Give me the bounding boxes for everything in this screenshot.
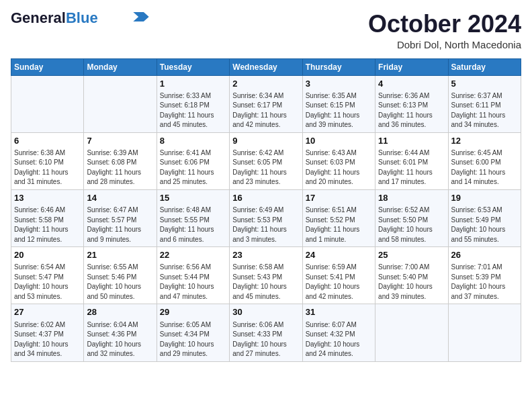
day-number: 11 xyxy=(378,135,445,147)
calendar-cell: 3Sunrise: 6:35 AM Sunset: 6:15 PM Daylig… xyxy=(302,75,375,132)
day-info: Sunrise: 6:56 AM Sunset: 5:44 PM Dayligh… xyxy=(160,263,226,302)
location-subtitle: Dobri Dol, North Macedonia xyxy=(368,39,521,50)
week-row-2: 6Sunrise: 6:38 AM Sunset: 6:10 PM Daylig… xyxy=(11,132,521,189)
calendar-table: SundayMondayTuesdayWednesdayThursdayFrid… xyxy=(11,58,521,362)
day-info: Sunrise: 6:05 AM Sunset: 4:34 PM Dayligh… xyxy=(160,320,226,359)
calendar-cell: 25Sunrise: 7:00 AM Sunset: 5:40 PM Dayli… xyxy=(375,247,448,304)
week-row-3: 13Sunrise: 6:46 AM Sunset: 5:58 PM Dayli… xyxy=(11,189,521,246)
day-info: Sunrise: 6:07 AM Sunset: 4:32 PM Dayligh… xyxy=(306,320,372,359)
day-info: Sunrise: 6:52 AM Sunset: 5:50 PM Dayligh… xyxy=(378,205,445,244)
day-info: Sunrise: 6:38 AM Sunset: 6:10 PM Dayligh… xyxy=(14,148,81,187)
day-info: Sunrise: 6:04 AM Sunset: 4:36 PM Dayligh… xyxy=(87,320,153,359)
calendar-cell: 4Sunrise: 6:36 AM Sunset: 6:13 PM Daylig… xyxy=(375,75,448,132)
day-number: 26 xyxy=(451,249,518,261)
calendar-cell xyxy=(84,75,157,132)
day-number: 5 xyxy=(451,78,518,90)
calendar-cell: 14Sunrise: 6:47 AM Sunset: 5:57 PM Dayli… xyxy=(84,189,157,246)
calendar-cell: 16Sunrise: 6:49 AM Sunset: 5:53 PM Dayli… xyxy=(230,189,302,246)
day-info: Sunrise: 7:00 AM Sunset: 5:40 PM Dayligh… xyxy=(378,263,445,302)
day-number: 3 xyxy=(306,78,372,90)
day-info: Sunrise: 6:43 AM Sunset: 6:03 PM Dayligh… xyxy=(306,148,372,187)
calendar-cell: 23Sunrise: 6:58 AM Sunset: 5:43 PM Dayli… xyxy=(230,247,302,304)
calendar-cell: 7Sunrise: 6:39 AM Sunset: 6:08 PM Daylig… xyxy=(84,132,157,189)
day-number: 10 xyxy=(306,135,372,147)
day-number: 27 xyxy=(14,306,81,318)
day-info: Sunrise: 6:55 AM Sunset: 5:46 PM Dayligh… xyxy=(87,263,153,302)
day-number: 28 xyxy=(87,306,153,318)
day-info: Sunrise: 6:46 AM Sunset: 5:58 PM Dayligh… xyxy=(14,205,81,244)
day-number: 30 xyxy=(232,306,299,318)
calendar-cell: 1Sunrise: 6:33 AM Sunset: 6:18 PM Daylig… xyxy=(157,75,229,132)
day-info: Sunrise: 6:39 AM Sunset: 6:08 PM Dayligh… xyxy=(87,148,153,187)
calendar-cell: 8Sunrise: 6:41 AM Sunset: 6:06 PM Daylig… xyxy=(157,132,229,189)
day-header-saturday: Saturday xyxy=(448,58,521,75)
day-info: Sunrise: 6:36 AM Sunset: 6:13 PM Dayligh… xyxy=(378,91,445,130)
day-number: 4 xyxy=(378,78,445,90)
day-number: 1 xyxy=(160,78,226,90)
calendar-cell: 29Sunrise: 6:05 AM Sunset: 4:34 PM Dayli… xyxy=(157,304,229,361)
day-header-thursday: Thursday xyxy=(302,58,375,75)
day-header-friday: Friday xyxy=(375,58,448,75)
day-info: Sunrise: 6:37 AM Sunset: 6:11 PM Dayligh… xyxy=(451,91,518,130)
day-number: 15 xyxy=(160,192,226,204)
page-header: GeneralBlue October 2024 Dobri Dol, Nort… xyxy=(11,11,521,50)
calendar-cell: 26Sunrise: 7:01 AM Sunset: 5:39 PM Dayli… xyxy=(448,247,521,304)
day-info: Sunrise: 6:53 AM Sunset: 5:49 PM Dayligh… xyxy=(451,205,518,244)
day-info: Sunrise: 6:47 AM Sunset: 5:57 PM Dayligh… xyxy=(87,205,153,244)
title-section: October 2024 Dobri Dol, North Macedonia xyxy=(368,11,521,50)
logo: GeneralBlue xyxy=(11,11,149,26)
day-number: 18 xyxy=(378,192,445,204)
calendar-cell: 11Sunrise: 6:44 AM Sunset: 6:01 PM Dayli… xyxy=(375,132,448,189)
calendar-cell xyxy=(375,304,448,361)
calendar-cell: 5Sunrise: 6:37 AM Sunset: 6:11 PM Daylig… xyxy=(448,75,521,132)
day-number: 31 xyxy=(306,306,372,318)
day-number: 29 xyxy=(160,306,226,318)
calendar-cell: 30Sunrise: 6:06 AM Sunset: 4:33 PM Dayli… xyxy=(230,304,302,361)
header-row: SundayMondayTuesdayWednesdayThursdayFrid… xyxy=(11,58,521,75)
day-number: 17 xyxy=(306,192,372,204)
day-number: 20 xyxy=(14,249,81,261)
day-info: Sunrise: 7:01 AM Sunset: 5:39 PM Dayligh… xyxy=(451,263,518,302)
day-number: 25 xyxy=(378,249,445,261)
calendar-cell xyxy=(448,304,521,361)
day-number: 23 xyxy=(232,249,299,261)
calendar-cell: 10Sunrise: 6:43 AM Sunset: 6:03 PM Dayli… xyxy=(302,132,375,189)
calendar-cell: 13Sunrise: 6:46 AM Sunset: 5:58 PM Dayli… xyxy=(11,189,84,246)
day-number: 2 xyxy=(232,78,299,90)
day-number: 7 xyxy=(87,135,153,147)
week-row-1: 1Sunrise: 6:33 AM Sunset: 6:18 PM Daylig… xyxy=(11,75,521,132)
logo-text: GeneralBlue xyxy=(11,11,98,26)
day-info: Sunrise: 6:54 AM Sunset: 5:47 PM Dayligh… xyxy=(14,263,81,302)
calendar-cell: 27Sunrise: 6:02 AM Sunset: 4:37 PM Dayli… xyxy=(11,304,84,361)
calendar-cell: 17Sunrise: 6:51 AM Sunset: 5:52 PM Dayli… xyxy=(302,189,375,246)
calendar-cell: 28Sunrise: 6:04 AM Sunset: 4:36 PM Dayli… xyxy=(84,304,157,361)
day-info: Sunrise: 6:33 AM Sunset: 6:18 PM Dayligh… xyxy=(160,91,226,130)
day-header-monday: Monday xyxy=(84,58,157,75)
calendar-cell xyxy=(11,75,84,132)
day-info: Sunrise: 6:51 AM Sunset: 5:52 PM Dayligh… xyxy=(306,205,372,244)
calendar-cell: 6Sunrise: 6:38 AM Sunset: 6:10 PM Daylig… xyxy=(11,132,84,189)
day-header-tuesday: Tuesday xyxy=(157,58,229,75)
calendar-cell: 21Sunrise: 6:55 AM Sunset: 5:46 PM Dayli… xyxy=(84,247,157,304)
day-info: Sunrise: 6:42 AM Sunset: 6:05 PM Dayligh… xyxy=(232,148,299,187)
day-info: Sunrise: 6:45 AM Sunset: 6:00 PM Dayligh… xyxy=(451,148,518,187)
calendar-cell: 9Sunrise: 6:42 AM Sunset: 6:05 PM Daylig… xyxy=(230,132,302,189)
day-number: 24 xyxy=(306,249,372,261)
day-header-wednesday: Wednesday xyxy=(230,58,302,75)
logo-icon xyxy=(133,12,149,21)
day-info: Sunrise: 6:41 AM Sunset: 6:06 PM Dayligh… xyxy=(160,148,226,187)
day-info: Sunrise: 6:44 AM Sunset: 6:01 PM Dayligh… xyxy=(378,148,445,187)
calendar-cell: 19Sunrise: 6:53 AM Sunset: 5:49 PM Dayli… xyxy=(448,189,521,246)
day-number: 8 xyxy=(160,135,226,147)
day-info: Sunrise: 6:48 AM Sunset: 5:55 PM Dayligh… xyxy=(160,205,226,244)
day-info: Sunrise: 6:34 AM Sunset: 6:17 PM Dayligh… xyxy=(232,91,299,130)
day-info: Sunrise: 6:35 AM Sunset: 6:15 PM Dayligh… xyxy=(306,91,372,130)
calendar-cell: 12Sunrise: 6:45 AM Sunset: 6:00 PM Dayli… xyxy=(448,132,521,189)
day-number: 16 xyxy=(232,192,299,204)
week-row-5: 27Sunrise: 6:02 AM Sunset: 4:37 PM Dayli… xyxy=(11,304,521,361)
day-number: 14 xyxy=(87,192,153,204)
calendar-cell: 31Sunrise: 6:07 AM Sunset: 4:32 PM Dayli… xyxy=(302,304,375,361)
svg-marker-0 xyxy=(133,12,148,21)
day-number: 22 xyxy=(160,249,226,261)
day-number: 13 xyxy=(14,192,81,204)
